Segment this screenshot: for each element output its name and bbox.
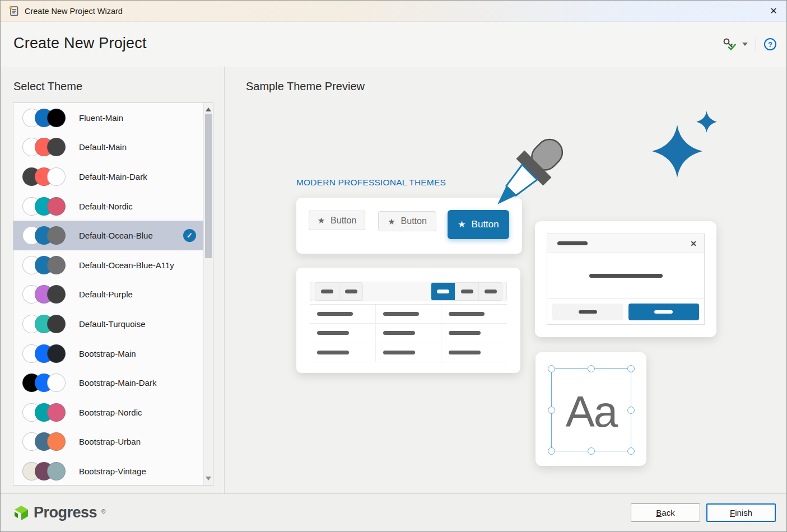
theme-item-bootstrap-main[interactable]: Bootstrap-Main (13, 339, 203, 368)
theme-color-swatch (47, 374, 66, 392)
wizard-window: Create New Project Wizard ✕ Create New P… (0, 0, 787, 532)
theme-color-swatch (47, 197, 66, 216)
selection-handle (548, 407, 555, 414)
theme-item-label: Bootstrap-Nordic (79, 408, 142, 417)
chevron-down-icon[interactable] (742, 43, 748, 46)
wizard-footer: Progress ® Back Finish (1, 493, 786, 531)
toolbar-segment-left (315, 282, 363, 301)
select-theme-heading: Select Theme (13, 80, 82, 93)
preview-button-label: Button (330, 216, 356, 226)
preview-grid-table (310, 304, 507, 362)
close-icon: ✕ (770, 6, 777, 16)
preview-grid-card (296, 268, 520, 373)
theme-swatches (22, 167, 66, 186)
preview-flat-button: ★Button (378, 211, 436, 231)
dialog-mock-body (547, 253, 704, 299)
theme-swatches (22, 462, 66, 480)
theme-item-bootstrap-nordic[interactable]: Bootstrap-Nordic (13, 398, 203, 427)
theme-item-default-main-dark[interactable]: Default-Main-Dark (13, 162, 203, 192)
page-title: Create New Project (13, 35, 147, 52)
sample-preview-heading: Sample Theme Preview (246, 80, 365, 93)
sparkle-icon (652, 125, 702, 178)
license-key-icon[interactable] (722, 37, 737, 52)
window-titlebar: Create New Project Wizard ✕ (1, 1, 786, 22)
theme-item-default-ocean-blue-a11y[interactable]: Default-Ocean-Blue-A11y (13, 250, 203, 280)
registered-mark: ® (101, 508, 105, 515)
theme-item-default-nordic[interactable]: Default-Nordic (13, 192, 203, 221)
theme-swatches (22, 403, 66, 422)
theme-item-label: Fluent-Main (79, 113, 123, 123)
typography-sample-text: Aa (566, 386, 617, 433)
theme-swatches (22, 197, 66, 216)
scrollbar-thumb[interactable] (205, 114, 212, 258)
theme-color-swatch (47, 226, 66, 245)
eyedropper-icon (482, 129, 574, 220)
theme-swatches (22, 256, 66, 274)
theme-preview-panel: Sample Theme Preview MODERN PROFESSIONAL… (225, 67, 786, 493)
window-close-button[interactable]: ✕ (761, 1, 786, 21)
preview-button-label: Button (401, 216, 427, 226)
sparkle-icon (696, 110, 717, 133)
preview-primary-button: ★Button (448, 210, 509, 239)
theme-list-scrollbar[interactable] (203, 103, 213, 485)
theme-item-bootstrap-vintage[interactable]: Bootstrap-Vintage (13, 456, 203, 486)
selection-handle (627, 365, 635, 372)
theme-color-swatch (47, 167, 66, 186)
theme-item-default-main[interactable]: Default-Main (13, 133, 203, 162)
selection-handle (588, 447, 595, 455)
theme-item-label: Bootstrap-Main-Dark (79, 378, 156, 388)
theme-item-bootstrap-main-dark[interactable]: Bootstrap-Main-Dark (13, 368, 203, 398)
theme-item-default-turquoise[interactable]: Default-Turquoise (13, 309, 203, 339)
theme-item-label: Default-Turquoise (79, 319, 146, 329)
theme-item-label: Bootstrap-Main (79, 349, 136, 358)
theme-list: Fluent-MainDefault-MainDefault-Main-Dark… (13, 102, 213, 486)
theme-swatches (22, 109, 66, 127)
theme-item-default-ocean-blue[interactable]: Default-Ocean-Blue✓ (13, 221, 203, 250)
preview-dialog-card: ✕ (535, 221, 716, 337)
theme-color-swatch (47, 138, 66, 156)
theme-color-swatch (47, 462, 66, 480)
star-icon: ★ (388, 217, 395, 226)
dialog-mock-secondary-button (552, 304, 623, 320)
theme-color-swatch (47, 256, 66, 274)
preview-buttons-card: ★Button★Button★Button (296, 198, 522, 254)
theme-color-swatch (47, 315, 66, 333)
footer-buttons: Back Finish (631, 503, 776, 522)
back-button[interactable]: Back (631, 503, 700, 522)
theme-item-default-purple[interactable]: Default-Purple (13, 280, 203, 310)
selection-handle (548, 365, 555, 372)
finish-button[interactable]: Finish (706, 503, 776, 522)
progress-logo-icon (13, 505, 30, 521)
selection-handle (627, 407, 635, 414)
theme-color-swatch (47, 403, 66, 422)
theme-swatches (22, 344, 66, 363)
theme-item-bootstrap-urban[interactable]: Bootstrap-Urban (13, 427, 203, 457)
preview-banner-text: MODERN PROFESSIONAL THEMES (296, 178, 446, 188)
wizard-content: Select Theme Fluent-MainDefault-MainDefa… (1, 67, 786, 493)
preview-flat-button: ★Button (309, 211, 365, 230)
theme-selection-panel: Select Theme Fluent-MainDefault-MainDefa… (1, 67, 225, 493)
scrollbar-down-arrow-icon[interactable] (206, 477, 211, 480)
theme-item-fluent-main[interactable]: Fluent-Main (13, 103, 203, 133)
star-icon: ★ (318, 216, 325, 225)
progress-brand: Progress ® (13, 504, 105, 521)
theme-swatches (22, 374, 66, 392)
theme-swatches (22, 285, 66, 304)
theme-item-label: Default-Nordic (79, 202, 133, 211)
wizard-header: Create New Project ? (1, 22, 786, 67)
selection-handle (627, 447, 635, 455)
dialog-close-icon: ✕ (690, 240, 697, 248)
theme-swatches (22, 226, 66, 245)
dialog-mock-titlebar: ✕ (547, 234, 704, 253)
help-icon[interactable]: ? (764, 38, 776, 50)
theme-list-items: Fluent-MainDefault-MainDefault-Main-Dark… (13, 103, 203, 485)
scrollbar-up-arrow-icon[interactable] (206, 108, 211, 111)
wizard-document-icon (8, 5, 20, 17)
dialog-mock-primary-button (628, 304, 700, 320)
theme-item-label: Default-Ocean-Blue (79, 231, 153, 240)
theme-color-swatch (47, 109, 66, 127)
theme-swatches (22, 432, 66, 451)
header-divider (756, 38, 756, 51)
preview-dialog-mock: ✕ (547, 234, 705, 325)
theme-item-label: Default-Main (79, 142, 127, 152)
